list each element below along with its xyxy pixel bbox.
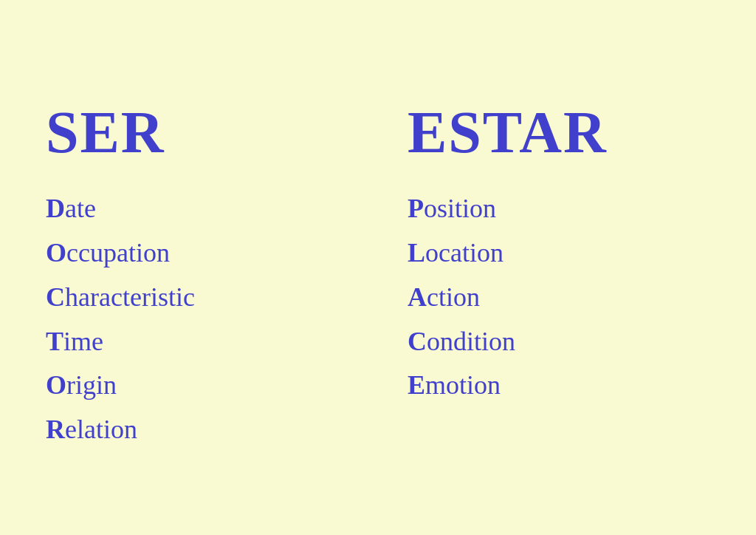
ser-time-rest: ime bbox=[63, 327, 103, 356]
ser-relation: Relation bbox=[46, 409, 348, 451]
ser-column: SER Date Occupation Characteristic Time … bbox=[46, 99, 348, 451]
estar-location-rest: ocation bbox=[425, 238, 504, 268]
ser-occupation-letter: O bbox=[46, 238, 66, 268]
estar-emotion-letter: E bbox=[408, 370, 425, 400]
estar-action: Action bbox=[408, 277, 710, 318]
ser-occupation: Occupation bbox=[46, 233, 348, 274]
estar-position-letter: P bbox=[408, 194, 424, 223]
ser-items: Date Occupation Characteristic Time Orig… bbox=[46, 188, 348, 451]
ser-occupation-rest: ccupation bbox=[66, 238, 170, 268]
ser-time: Time bbox=[46, 321, 348, 363]
ser-characteristic: Characteristic bbox=[46, 277, 348, 318]
ser-relation-rest: elation bbox=[65, 415, 137, 444]
estar-condition: Condition bbox=[408, 321, 710, 363]
estar-condition-rest: ondition bbox=[427, 327, 515, 356]
ser-origin-letter: O bbox=[46, 370, 66, 400]
ser-time-letter: T bbox=[46, 327, 63, 356]
ser-date-letter: D bbox=[46, 194, 65, 223]
ser-date-rest: ate bbox=[65, 194, 96, 223]
ser-origin-rest: rigin bbox=[66, 370, 117, 400]
estar-condition-letter: C bbox=[408, 327, 427, 356]
ser-title: SER bbox=[46, 99, 348, 166]
ser-origin: Origin bbox=[46, 365, 348, 406]
estar-column: ESTAR Position Location Action Condition… bbox=[408, 99, 710, 406]
estar-position-rest: osition bbox=[424, 194, 496, 223]
ser-relation-letter: R bbox=[46, 415, 65, 444]
estar-action-rest: ction bbox=[427, 282, 480, 312]
ser-date: Date bbox=[46, 188, 348, 230]
estar-title: ESTAR bbox=[408, 99, 710, 166]
estar-location-letter: L bbox=[408, 238, 425, 268]
ser-characteristic-rest: haracteristic bbox=[65, 282, 195, 312]
estar-items: Position Location Action Condition Emoti… bbox=[408, 188, 710, 406]
estar-action-letter: A bbox=[408, 282, 427, 312]
estar-emotion: Emotion bbox=[408, 365, 710, 406]
estar-emotion-rest: motion bbox=[425, 370, 501, 400]
estar-location: Location bbox=[408, 233, 710, 274]
main-container: SER Date Occupation Characteristic Time … bbox=[46, 84, 710, 451]
estar-position: Position bbox=[408, 188, 710, 230]
ser-characteristic-letter: C bbox=[46, 282, 65, 312]
